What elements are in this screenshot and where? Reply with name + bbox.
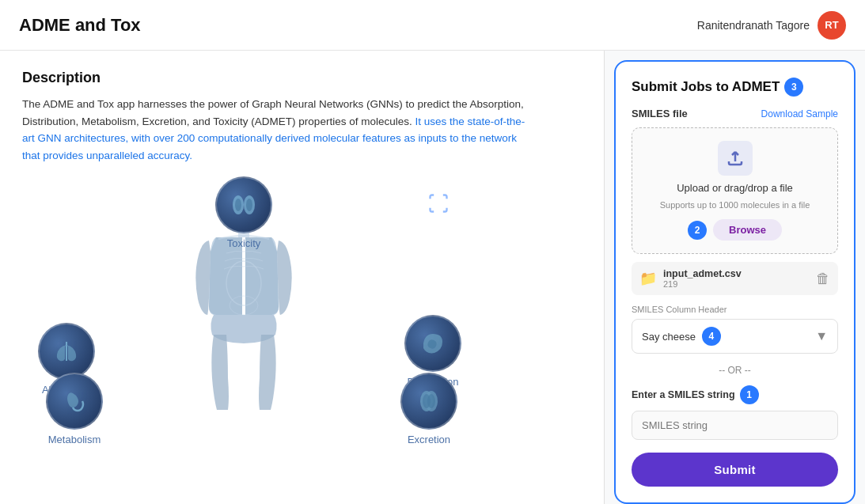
smiles-file-label: SMILES file [632,108,688,119]
app-header: ADME and Tox Ranitendranath Tagore RT [0,0,865,51]
smiles-string-input[interactable] [632,411,838,440]
upload-area[interactable]: Upload or drag/drop a file Supports up t… [632,127,838,254]
toxicity-circle [215,176,272,233]
excretion-label: Excretion [408,434,450,445]
folder-icon: 📁 [639,270,657,287]
upload-main-text: Upload or drag/drop a file [677,182,793,194]
upload-icon [726,149,745,168]
avatar: RT [818,11,846,40]
smiles-file-row: SMILES file Download Sample [632,108,838,119]
app-title: ADME and Tox [19,15,141,36]
enter-smiles-text: Enter a SMILES string [632,389,735,400]
col-header-label: SMILES Column Header [632,305,838,314]
node-excretion: Excretion [400,373,457,445]
upload-sub-text: Supports up to 1000 molecules in a file [660,200,810,210]
delete-icon[interactable]: 🗑 [816,271,830,287]
svg-point-7 [246,199,252,211]
excretion-circle [400,373,457,430]
file-count: 219 [663,279,742,289]
chevron-down-icon: ▼ [815,329,828,343]
step3-badge: 3 [784,78,803,97]
step1-badge: 1 [740,385,759,404]
panel-title-text: Submit Jobs to ADMET [632,79,780,95]
submit-card-title: Submit Jobs to ADMET 3 [632,78,838,97]
node-toxicity: Toxicity [215,176,272,249]
username: Ranitendranath Tagore [697,19,810,32]
file-info-left: 📁 input_admet.csv 219 [639,268,742,289]
svg-point-11 [427,394,435,408]
left-panel: Description The ADME and Tox app harness… [0,51,604,504]
user-info: Ranitendranath Tagore RT [697,11,846,40]
download-sample-link[interactable]: Download Sample [761,108,838,119]
node-metabolism: Metabolism [46,373,103,445]
distribution-circle [404,315,461,372]
right-panel: Submit Jobs to ADMET 3 SMILES file Downl… [604,51,865,504]
enter-smiles-label: Enter a SMILES string 1 [632,385,838,404]
description-title: Description [22,70,582,86]
metabolism-circle [46,373,103,430]
step4-badge: 4 [702,327,721,346]
file-name: input_admet.csv [663,268,742,279]
browse-row: 2 Browse [688,219,782,241]
description-text: The ADME and Tox app harnesses the power… [22,96,529,164]
step2-badge: 2 [688,221,707,240]
or-divider: -- OR -- [632,365,838,376]
body-diagram: Toxicity Absorption [22,176,465,445]
browse-button[interactable]: Browse [713,219,782,241]
smiles-column-dropdown[interactable]: Say cheese 4 ▼ [632,319,838,354]
smiles-column-text: Say cheese [642,331,696,343]
svg-point-6 [235,199,241,211]
absorption-circle [38,323,95,380]
toxicity-label: Toxicity [227,237,261,249]
smiles-dropdown-value: Say cheese 4 [642,327,721,346]
metabolism-label: Metabolism [48,434,101,445]
submit-card: Submit Jobs to ADMET 3 SMILES file Downl… [614,60,856,504]
screenshot-icon[interactable] [427,192,450,214]
submit-button[interactable]: Submit [632,453,838,487]
file-info-text: input_admet.csv 219 [663,268,742,289]
upload-icon-box [718,141,753,176]
main-layout: Description The ADME and Tox app harness… [0,51,865,504]
file-info-row: 📁 input_admet.csv 219 🗑 [632,262,838,295]
